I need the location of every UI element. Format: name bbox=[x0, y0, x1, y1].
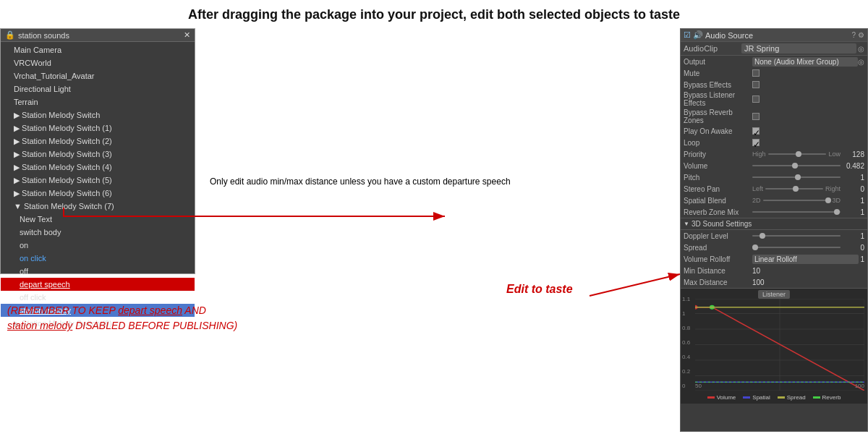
list-item[interactable]: ▶ Station Melody Switch (2) bbox=[1, 135, 195, 148]
list-item[interactable]: ▶ Station Melody Switch (6) bbox=[1, 187, 195, 200]
graph-y-label: 0.8 bbox=[682, 325, 690, 331]
checkbox-icon[interactable]: ☑ bbox=[684, 30, 691, 40]
priority-slider[interactable] bbox=[768, 153, 827, 155]
list-item[interactable]: ▼ Station Melody Switch (7) bbox=[1, 200, 195, 213]
list-item[interactable]: Main Camera bbox=[1, 43, 195, 56]
graph-y-label: 1.1 bbox=[682, 296, 690, 302]
audioclip-row: AudioClip JR Spring ◎ bbox=[681, 42, 867, 56]
audio-source-inspector: ☑ 🔊 Audio Source ? ⚙ AudioClip JR Spring… bbox=[680, 28, 868, 432]
mute-label: Mute bbox=[684, 69, 752, 77]
volume-rolloff-value[interactable]: Linear Rolloff bbox=[752, 255, 859, 264]
audioclip-select-icon[interactable]: ◎ bbox=[858, 45, 864, 53]
spatial-blend-row: Spatial Blend 2D 3D 1 bbox=[681, 195, 867, 206]
audio-graph: Listener 1.1 1 0.8 0.6 0.4 0.2 0 bbox=[681, 288, 867, 404]
list-item[interactable]: VRCWorld bbox=[1, 56, 195, 69]
bypass-reverb-row: Bypass Reverb Zones bbox=[681, 108, 867, 125]
audioclip-label: AudioClip bbox=[684, 44, 741, 53]
legend-volume-label: Volume bbox=[717, 394, 736, 401]
bypass-reverb-label: Bypass Reverb Zones bbox=[684, 109, 752, 124]
list-item[interactable]: ▶ Station Melody Switch bbox=[1, 109, 195, 122]
max-distance-row: Max Distance 100 bbox=[681, 276, 867, 288]
svg-rect-13 bbox=[778, 396, 785, 399]
spatial-2d-label: 2D bbox=[752, 197, 761, 204]
doppler-label: Doppler Level bbox=[684, 232, 752, 240]
panel-close[interactable]: ✕ bbox=[184, 30, 190, 40]
panel-header: 🔒 station sounds ✕ bbox=[1, 29, 195, 42]
volume-value: 0.482 bbox=[843, 162, 864, 170]
stereo-pan-label: Stereo Pan bbox=[684, 185, 752, 193]
graph-y-labels: 1.1 1 0.8 0.6 0.4 0.2 0 bbox=[682, 296, 690, 389]
output-select-icon[interactable]: ◎ bbox=[858, 58, 864, 66]
max-distance-value[interactable]: 100 bbox=[752, 278, 864, 286]
edit-to-taste-label: Edit to taste bbox=[506, 283, 573, 296]
svg-rect-12 bbox=[743, 396, 750, 399]
svg-line-16 bbox=[590, 274, 680, 296]
rolloff-value-num: 1 bbox=[860, 255, 864, 263]
list-item[interactable]: off click bbox=[1, 291, 195, 304]
spatial-blend-slider[interactable] bbox=[763, 200, 830, 201]
min-distance-row: Min Distance 10 bbox=[681, 265, 867, 276]
list-item[interactable]: Directional Light bbox=[1, 82, 195, 95]
mute-checkbox[interactable] bbox=[752, 69, 760, 77]
bypass-listener-label: Bypass Listener Effects bbox=[684, 91, 752, 107]
list-item[interactable]: ▶ Station Melody Switch (4) bbox=[1, 161, 195, 174]
sound-settings-label: 3D Sound Settings bbox=[692, 220, 752, 228]
svg-rect-14 bbox=[813, 396, 820, 399]
bypass-effects-checkbox[interactable] bbox=[752, 81, 760, 88]
spread-slider[interactable] bbox=[752, 247, 841, 248]
pitch-slider[interactable] bbox=[752, 176, 841, 178]
list-item[interactable]: switch body bbox=[1, 226, 195, 239]
loop-checkbox[interactable]: ✓ bbox=[752, 139, 760, 146]
loop-label: Loop bbox=[684, 139, 752, 147]
bypass-reverb-checkbox[interactable] bbox=[752, 113, 760, 120]
sound-settings-header[interactable]: ▼ 3D Sound Settings bbox=[681, 218, 867, 230]
help-icon[interactable]: ? bbox=[851, 31, 856, 39]
doppler-slider[interactable] bbox=[752, 235, 841, 237]
volume-label: Volume bbox=[684, 162, 752, 170]
volume-slider[interactable] bbox=[752, 165, 841, 166]
list-item[interactable]: ▶ Station Melody Switch (1) bbox=[1, 122, 195, 135]
list-item[interactable]: off bbox=[1, 265, 195, 278]
priority-label: Priority bbox=[684, 150, 752, 158]
list-item[interactable]: ▶ Station Melody Switch (3) bbox=[1, 148, 195, 161]
reverb-zone-value: 1 bbox=[843, 208, 864, 216]
doppler-row: Doppler Level 1 bbox=[681, 230, 867, 242]
legend-reverb-label: Reverb bbox=[822, 394, 841, 401]
graph-y-label: 0.2 bbox=[682, 368, 690, 375]
output-value[interactable]: None (Audio Mixer Group) bbox=[752, 57, 858, 67]
depart-speech-ref: depart speech bbox=[118, 305, 182, 316]
legend-spread: Spread bbox=[778, 394, 806, 401]
svg-rect-11 bbox=[707, 396, 715, 399]
spatial-blend-label: Spatial Blend bbox=[684, 197, 752, 205]
list-item[interactable]: ▶ Station Melody Switch (5) bbox=[1, 174, 195, 187]
max-distance-label: Max Distance bbox=[684, 278, 752, 286]
legend-spread-label: Spread bbox=[787, 394, 806, 401]
bypass-listener-checkbox[interactable] bbox=[752, 95, 760, 103]
output-row: Output None (Audio Mixer Group) ◎ bbox=[681, 56, 867, 67]
reverb-zone-slider[interactable] bbox=[752, 211, 841, 213]
stereo-right-label: Right bbox=[825, 185, 841, 192]
stereo-pan-slider[interactable] bbox=[765, 188, 823, 190]
pitch-value: 1 bbox=[843, 174, 864, 182]
stereo-pan-value: 0 bbox=[843, 185, 864, 193]
min-distance-value[interactable]: 10 bbox=[752, 267, 864, 275]
reverb-zone-label: Reverb Zone Mix bbox=[684, 208, 752, 216]
volume-rolloff-label: Volume Rolloff bbox=[684, 255, 752, 263]
list-item[interactable]: on bbox=[1, 239, 195, 252]
list-item[interactable]: on click bbox=[1, 252, 195, 265]
spread-row: Spread 0 bbox=[681, 242, 867, 253]
play-on-awake-checkbox[interactable]: ✓ bbox=[752, 127, 760, 135]
settings-icon[interactable]: ⚙ bbox=[858, 31, 864, 39]
volume-rolloff-row: Volume Rolloff Linear Rolloff 1 bbox=[681, 253, 867, 265]
priority-value: 128 bbox=[843, 150, 864, 158]
audioclip-value[interactable]: JR Spring bbox=[741, 43, 856, 54]
spatial-blend-value: 1 bbox=[843, 197, 864, 205]
bypass-listener-row: Bypass Listener Effects bbox=[681, 90, 867, 108]
list-item[interactable]: Terrain bbox=[1, 95, 195, 109]
page-title: After dragging the package into your pro… bbox=[0, 0, 868, 28]
graph-x-labels: 50 100 bbox=[695, 383, 864, 389]
list-item[interactable]: New Text bbox=[1, 213, 195, 226]
hierarchy-list: Main Camera VRCWorld Vrchat_Tutorial_Ava… bbox=[1, 42, 195, 331]
depart-speech-item[interactable]: depart speech bbox=[1, 278, 195, 291]
list-item[interactable]: Vrchat_Tutorial_Avatar bbox=[1, 69, 195, 82]
